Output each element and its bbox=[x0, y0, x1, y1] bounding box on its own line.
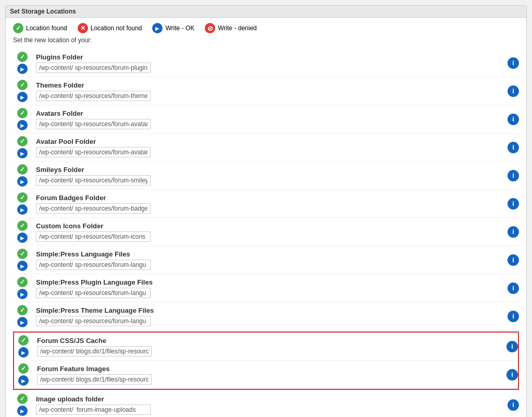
check-icon: ✓ bbox=[17, 305, 28, 315]
folder-label-plugins-folder: Plugins Folder bbox=[36, 53, 498, 61]
legend-write-ok: ▶ Write - OK bbox=[152, 23, 194, 33]
folder-label-forum-badges-folder: Forum Badges Folder bbox=[36, 194, 498, 202]
info-col-image-uploads-folder: i bbox=[498, 399, 519, 411]
info-icon-sp-theme-language-files[interactable]: i bbox=[508, 311, 519, 322]
folder-label-forum-css-js-cache: Forum CSS/JS Cache bbox=[37, 337, 497, 345]
folder-input-image-uploads-folder[interactable] bbox=[36, 404, 151, 415]
info-icon-image-uploads-folder[interactable]: i bbox=[508, 399, 519, 411]
folder-input-forum-badges-folder[interactable] bbox=[36, 203, 151, 214]
legend: ✓ Location found ✕ Location not found ▶ … bbox=[13, 23, 519, 33]
check-icon: ✓ bbox=[17, 192, 28, 203]
info-col-forum-css-js-cache: i bbox=[497, 341, 518, 352]
content-col-custom-icons-folder: Custom Icons Folder bbox=[32, 222, 498, 242]
check-icon: ✓ bbox=[17, 136, 28, 146]
info-icon-sp-plugin-language-files[interactable]: i bbox=[508, 283, 519, 294]
window-title-bar: Set Storage Locations bbox=[6, 6, 526, 18]
info-icon-smileys-folder[interactable]: i bbox=[508, 170, 519, 181]
folder-input-forum-css-js-cache[interactable] bbox=[37, 346, 152, 357]
content-col-sp-plugin-language-files: Simple:Press Plugin Language Files bbox=[32, 278, 498, 298]
content-col-forum-css-js-cache: Forum CSS/JS Cache bbox=[33, 337, 497, 357]
info-icon-avatars-folder[interactable]: i bbox=[508, 114, 519, 125]
folder-input-sp-plugin-language-files[interactable] bbox=[36, 288, 151, 298]
folder-label-avatar-pool-folder: Avatar Pool Folder bbox=[36, 138, 498, 145]
info-icon-themes-folder[interactable]: i bbox=[508, 85, 519, 97]
check-icon: ✓ bbox=[17, 277, 28, 287]
info-col-forum-feature-images: i bbox=[497, 369, 518, 381]
folder-row-sp-plugin-language-files: ✓▶Simple:Press Plugin Language Filesi bbox=[13, 274, 519, 302]
check-icon: ✓ bbox=[13, 23, 23, 33]
info-icon-plugins-folder[interactable]: i bbox=[508, 57, 519, 69]
icons-col-smileys-folder: ✓▶ bbox=[13, 164, 32, 187]
folder-row-custom-icons-folder: ✓▶Custom Icons Folderi bbox=[13, 218, 519, 246]
play-icon: ▶ bbox=[17, 317, 28, 327]
folder-input-plugins-folder[interactable] bbox=[36, 63, 151, 73]
info-col-themes-folder: i bbox=[498, 85, 519, 97]
legend-write-denied: ⊘ Write - denied bbox=[205, 23, 256, 33]
icons-col-avatars-folder: ✓▶ bbox=[13, 108, 32, 130]
folder-label-avatars-folder: Avatars Folder bbox=[36, 109, 498, 117]
folder-row-image-uploads-folder: ✓▶Image uploads folderi bbox=[13, 391, 519, 417]
x-red-icon: ✕ bbox=[78, 23, 88, 33]
window-content: ✓ Location found ✕ Location not found ▶ … bbox=[6, 18, 526, 417]
folder-input-smileys-folder[interactable] bbox=[36, 175, 151, 186]
play-icon: ▶ bbox=[17, 148, 28, 158]
info-col-sp-theme-language-files: i bbox=[498, 311, 519, 322]
info-icon-forum-badges-folder[interactable]: i bbox=[508, 198, 519, 210]
folder-label-smileys-folder: Smileys Folder bbox=[36, 166, 498, 174]
content-col-avatar-pool-folder: Avatar Pool Folder bbox=[32, 138, 498, 157]
folder-input-forum-feature-images[interactable] bbox=[37, 374, 152, 385]
content-col-plugins-folder: Plugins Folder bbox=[32, 53, 498, 73]
folder-label-custom-icons-folder: Custom Icons Folder bbox=[36, 222, 498, 230]
folder-label-image-uploads-folder: Image uploads folder bbox=[36, 395, 498, 403]
folder-row-avatars-folder: ✓▶Avatars Folderi bbox=[13, 105, 519, 133]
icons-col-forum-badges-folder: ✓▶ bbox=[13, 192, 32, 215]
folder-row-sp-theme-language-files: ✓▶Simple:Press Theme Language Filesi bbox=[13, 302, 519, 330]
content-col-avatars-folder: Avatars Folder bbox=[32, 109, 498, 129]
content-col-forum-feature-images: Forum Feature Images bbox=[33, 365, 497, 385]
info-col-sp-language-files: i bbox=[498, 254, 519, 266]
check-icon: ✓ bbox=[17, 394, 28, 404]
folder-label-sp-language-files: Simple:Press Language Files bbox=[36, 250, 498, 258]
folder-label-forum-feature-images: Forum Feature Images bbox=[37, 365, 497, 373]
content-col-forum-badges-folder: Forum Badges Folder bbox=[32, 194, 498, 214]
content-col-image-uploads-folder: Image uploads folder bbox=[32, 395, 498, 415]
folder-input-sp-theme-language-files[interactable] bbox=[36, 316, 151, 326]
play-icon: ▶ bbox=[17, 92, 28, 102]
info-col-plugins-folder: i bbox=[498, 57, 519, 69]
play-icon: ▶ bbox=[152, 23, 163, 33]
play-icon: ▶ bbox=[17, 406, 28, 416]
folder-input-sp-language-files[interactable] bbox=[36, 260, 151, 270]
info-icon-sp-language-files[interactable]: i bbox=[508, 254, 519, 266]
info-col-smileys-folder: i bbox=[498, 170, 519, 181]
icons-col-themes-folder: ✓▶ bbox=[13, 80, 32, 102]
deny-icon: ⊘ bbox=[205, 23, 215, 33]
info-icon-avatar-pool-folder[interactable]: i bbox=[508, 142, 519, 153]
check-icon: ✓ bbox=[17, 52, 28, 62]
play-icon: ▶ bbox=[18, 347, 29, 358]
folder-row-forum-feature-images: ✓▶Forum Feature Imagesi bbox=[14, 361, 518, 389]
check-icon: ✓ bbox=[17, 80, 28, 90]
check-icon: ✓ bbox=[17, 108, 28, 118]
play-icon: ▶ bbox=[17, 289, 28, 299]
icons-col-custom-icons-folder: ✓▶ bbox=[13, 220, 32, 243]
folder-input-themes-folder[interactable] bbox=[36, 91, 151, 101]
red-box-group: ✓▶Forum CSS/JS Cachei✓▶Forum Feature Ima… bbox=[13, 332, 519, 390]
folder-input-avatar-pool-folder[interactable] bbox=[36, 147, 151, 157]
icons-col-image-uploads-folder: ✓▶ bbox=[13, 394, 32, 416]
legend-location-found-label: Location found bbox=[26, 24, 67, 32]
folder-row-plugins-folder: ✓▶Plugins Folderi bbox=[13, 49, 519, 77]
play-icon: ▶ bbox=[18, 375, 29, 386]
folder-row-sp-language-files: ✓▶Simple:Press Language Filesi bbox=[13, 246, 519, 274]
play-icon: ▶ bbox=[17, 64, 28, 74]
info-icon-forum-feature-images[interactable]: i bbox=[506, 369, 518, 381]
info-icon-forum-css-js-cache[interactable]: i bbox=[506, 341, 518, 352]
check-icon: ✓ bbox=[18, 363, 29, 374]
folder-row-smileys-folder: ✓▶Smileys Folderi bbox=[13, 162, 519, 190]
folder-input-custom-icons-folder[interactable] bbox=[36, 231, 151, 242]
check-icon: ✓ bbox=[18, 335, 29, 346]
info-col-avatars-folder: i bbox=[498, 114, 519, 125]
icons-col-avatar-pool-folder: ✓▶ bbox=[13, 136, 32, 158]
info-icon-custom-icons-folder[interactable]: i bbox=[508, 226, 519, 238]
folder-input-avatars-folder[interactable] bbox=[36, 119, 151, 129]
legend-location-not-found: ✕ Location not found bbox=[78, 23, 142, 33]
